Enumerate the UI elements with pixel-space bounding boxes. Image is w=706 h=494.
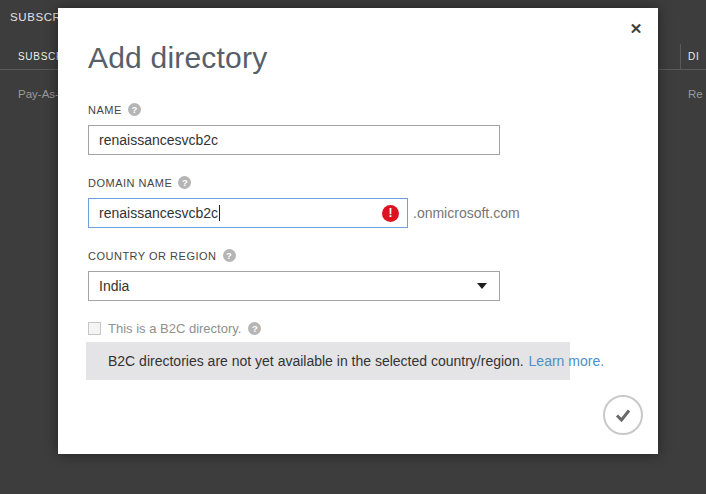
- country-label: COUNTRY OR REGION: [88, 250, 217, 262]
- help-icon[interactable]: ?: [178, 176, 191, 189]
- close-icon[interactable]: ✕: [627, 20, 645, 38]
- text-caret: [219, 205, 220, 221]
- learn-more-link[interactable]: Learn more.: [529, 353, 604, 369]
- country-selected-value: India: [99, 278, 129, 294]
- notice-text: B2C directories are not yet available in…: [108, 353, 524, 369]
- help-icon[interactable]: ?: [223, 249, 236, 262]
- help-icon[interactable]: ?: [248, 322, 261, 335]
- domain-name-label: DOMAIN NAME: [88, 177, 172, 189]
- checkmark-icon: [612, 404, 634, 426]
- confirm-button[interactable]: [603, 395, 643, 435]
- domain-name-value: renaissancesvcb2c: [99, 205, 218, 221]
- domain-name-input[interactable]: renaissancesvcb2c !: [88, 198, 408, 228]
- add-directory-dialog: ✕ Add directory NAME ? DOMAIN NAME ? ren…: [58, 8, 658, 454]
- error-icon: !: [382, 205, 399, 222]
- b2c-availability-notice: B2C directories are not yet available in…: [86, 342, 570, 380]
- background-table-column-divider: [680, 44, 681, 69]
- help-icon[interactable]: ?: [128, 103, 141, 116]
- dialog-title: Add directory: [88, 40, 628, 76]
- domain-suffix: .onmicrosoft.com: [413, 205, 520, 221]
- b2c-directory-checkbox[interactable]: [88, 322, 101, 335]
- background-table-cell-directory: Re: [688, 88, 703, 100]
- name-input[interactable]: [88, 125, 500, 155]
- background-table-header-subscription: SUBSCR: [18, 51, 64, 62]
- country-select[interactable]: India: [88, 271, 500, 301]
- chevron-down-icon: [477, 283, 487, 289]
- name-label: NAME: [88, 104, 122, 116]
- background-table-header-directory: DI: [688, 51, 699, 62]
- b2c-directory-checkbox-label: This is a B2C directory.: [108, 321, 241, 336]
